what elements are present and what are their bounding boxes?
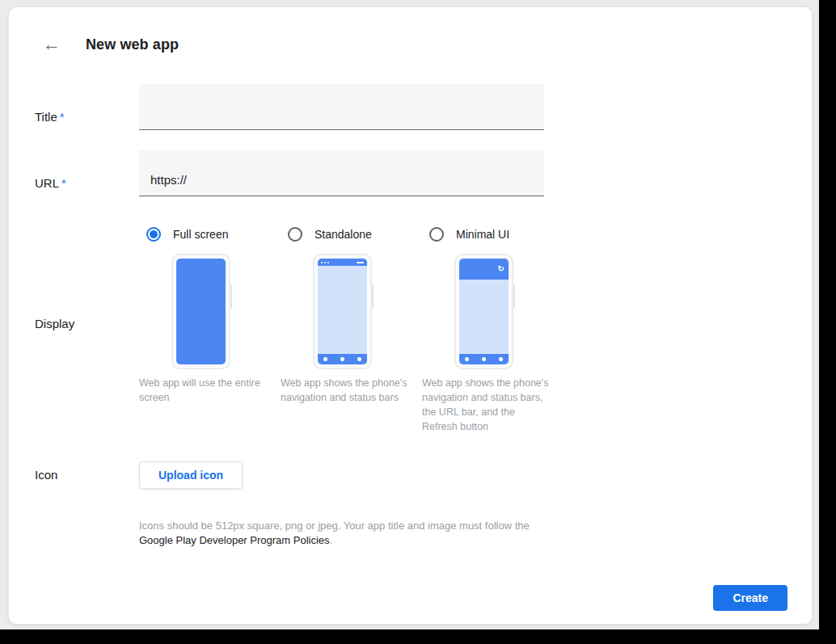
dialog-header: ← New web app bbox=[43, 33, 179, 56]
phone-screen-full bbox=[176, 259, 226, 364]
display-option-full-screen: Full screen Web app will use the entire … bbox=[139, 226, 278, 405]
policies-link[interactable]: Google Play Developer Program Policies bbox=[139, 534, 330, 546]
phone-screen-minimal-ui: ↻ bbox=[459, 259, 509, 364]
display-section-label: Display bbox=[35, 317, 74, 330]
browser-viewport: ← New web app Title* URL* Display Full s… bbox=[0, 0, 819, 629]
phone-status-bar bbox=[318, 259, 367, 266]
radio-label-full-screen: Full screen bbox=[173, 228, 228, 241]
url-label-text: URL bbox=[35, 176, 59, 190]
display-option-description: Web app shows the phone's navigation and… bbox=[281, 376, 410, 405]
radio-full-screen[interactable]: Full screen bbox=[146, 226, 278, 242]
url-field-label: URL* bbox=[35, 176, 66, 190]
display-option-standalone: Standalone Web app shows the phone's nav… bbox=[281, 226, 420, 405]
back-arrow-icon[interactable]: ← bbox=[43, 35, 62, 54]
display-option-description: Web app shows the phone's navigation and… bbox=[422, 376, 551, 434]
url-required-asterisk: * bbox=[61, 176, 66, 190]
status-bar-battery bbox=[357, 262, 364, 263]
icon-section-label: Icon bbox=[35, 468, 57, 482]
phone-illustration-standalone bbox=[313, 254, 372, 369]
status-bar-dots bbox=[321, 262, 329, 263]
phone-illustration-minimal-ui: ↻ bbox=[454, 254, 513, 369]
title-field-label: Title* bbox=[35, 110, 65, 124]
radio-label-minimal-ui: Minimal UI bbox=[456, 228, 509, 241]
upload-icon-button[interactable]: Upload icon bbox=[139, 461, 243, 489]
refresh-icon: ↻ bbox=[498, 265, 505, 273]
new-web-app-dialog: ← New web app Title* URL* Display Full s… bbox=[8, 6, 813, 625]
display-option-description: Web app will use the entire screen bbox=[139, 376, 268, 405]
radio-circle-minimal-ui[interactable] bbox=[429, 227, 444, 242]
icon-help-body: Icons should be 512px square, png or jpe… bbox=[139, 520, 530, 532]
url-input[interactable] bbox=[139, 150, 544, 196]
phone-screen-standalone bbox=[318, 259, 367, 364]
display-option-minimal-ui: Minimal UI ↻ Web app shows the phone's n… bbox=[422, 226, 561, 434]
phone-url-bar: ↻ bbox=[459, 259, 509, 280]
title-input[interactable] bbox=[139, 84, 544, 130]
radio-circle-full-screen[interactable] bbox=[146, 227, 161, 242]
phone-nav-bar bbox=[318, 354, 367, 364]
radio-minimal-ui[interactable]: Minimal UI bbox=[429, 226, 561, 242]
radio-circle-standalone[interactable] bbox=[288, 227, 302, 242]
page-title: New web app bbox=[86, 36, 179, 53]
create-button[interactable]: Create bbox=[713, 585, 787, 611]
radio-standalone[interactable]: Standalone bbox=[288, 226, 420, 242]
title-label-text: Title bbox=[35, 110, 57, 124]
radio-label-standalone: Standalone bbox=[315, 228, 372, 241]
icon-help-text: Icons should be 512px square, png or jpe… bbox=[139, 519, 550, 548]
phone-nav-bar bbox=[459, 354, 509, 364]
title-required-asterisk: * bbox=[60, 110, 65, 124]
phone-illustration-full-screen bbox=[171, 254, 230, 369]
icon-help-suffix: . bbox=[330, 534, 333, 546]
